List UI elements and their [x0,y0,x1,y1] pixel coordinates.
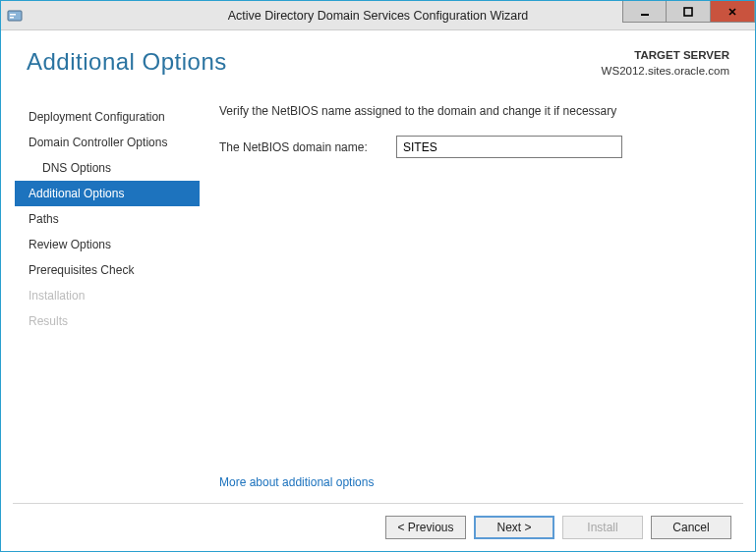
install-button: Install [562,516,643,539]
target-server-box: TARGET SERVER WS2012.sites.oracle.com [602,48,729,79]
maximize-button[interactable] [667,1,711,23]
body-row: Deployment Configuration Domain Controll… [11,88,745,503]
footer-buttons: < Previous Next > Install Cancel [11,504,745,541]
netbios-label: The NetBIOS domain name: [219,140,396,154]
netbios-row: The NetBIOS domain name: [219,136,731,158]
instruction-text: Verify the NetBIOS name assigned to the … [219,104,731,118]
previous-button[interactable]: < Previous [385,516,466,539]
cancel-button[interactable]: Cancel [651,516,731,539]
svg-rect-4 [684,8,692,16]
app-icon [7,8,23,24]
svg-rect-3 [641,14,649,16]
svg-rect-1 [10,14,16,16]
next-button[interactable]: Next > [474,516,554,539]
content-area: Additional Options TARGET SERVER WS2012.… [1,30,755,551]
target-server-label: TARGET SERVER [602,48,729,64]
step-review-options[interactable]: Review Options [15,232,200,257]
step-deployment-configuration[interactable]: Deployment Configuration [15,104,200,130]
more-about-link[interactable]: More about additional options [219,475,374,489]
window-controls [622,1,755,29]
wizard-steps-sidebar: Deployment Configuration Domain Controll… [15,98,200,503]
page-title: Additional Options [27,48,227,76]
netbios-input[interactable] [396,136,622,158]
main-pane: Verify the NetBIOS name assigned to the … [200,98,741,503]
step-domain-controller-options[interactable]: Domain Controller Options [15,130,200,155]
target-server-value: WS2012.sites.oracle.com [602,64,729,80]
minimize-button[interactable] [622,1,667,23]
svg-rect-0 [8,11,22,21]
wizard-window: Active Directory Domain Services Configu… [0,0,756,552]
titlebar: Active Directory Domain Services Configu… [1,1,755,30]
header-row: Additional Options TARGET SERVER WS2012.… [11,30,745,88]
close-button[interactable] [711,1,755,23]
step-prerequisites-check[interactable]: Prerequisites Check [15,257,200,283]
step-installation: Installation [15,283,200,308]
step-paths[interactable]: Paths [15,206,200,232]
svg-rect-2 [10,17,14,19]
step-dns-options[interactable]: DNS Options [15,155,200,181]
step-results: Results [15,308,200,334]
step-additional-options[interactable]: Additional Options [15,181,200,206]
